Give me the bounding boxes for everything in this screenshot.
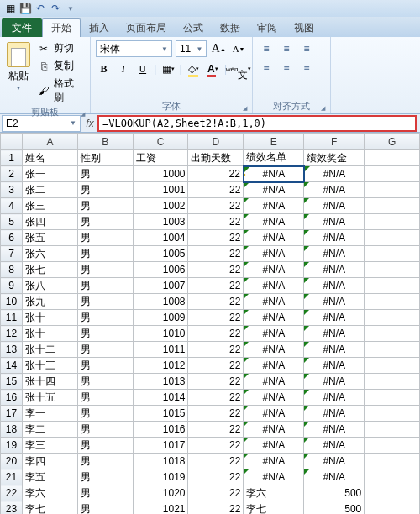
cell[interactable]: 张十 — [22, 310, 77, 326]
cell[interactable]: 500 — [304, 501, 365, 515]
cell[interactable]: #N/A — [244, 230, 304, 246]
cell[interactable]: 1021 — [133, 501, 188, 515]
cell[interactable]: #N/A — [244, 198, 304, 214]
row-header[interactable]: 22 — [1, 485, 23, 501]
undo-icon[interactable]: ↶ — [34, 2, 47, 15]
cell[interactable]: 1007 — [133, 278, 188, 294]
border-button[interactable]: ▦▾ — [160, 60, 176, 77]
cell[interactable]: 1006 — [133, 262, 188, 278]
cell[interactable]: #N/A — [304, 374, 365, 390]
cell[interactable]: #N/A — [244, 262, 304, 278]
tab-0[interactable]: 开始 — [42, 18, 81, 37]
tab-6[interactable]: 视图 — [286, 18, 323, 37]
cell[interactable] — [365, 278, 420, 294]
row-header[interactable]: 13 — [1, 342, 23, 358]
cell[interactable] — [365, 150, 420, 166]
cell[interactable]: 22 — [188, 278, 244, 294]
row-header[interactable]: 10 — [1, 294, 23, 310]
row-header[interactable]: 3 — [1, 182, 23, 198]
cell[interactable]: 张十二 — [22, 342, 77, 358]
cell[interactable] — [365, 485, 420, 501]
cell[interactable]: 李六 — [244, 485, 304, 501]
cell[interactable]: 张七 — [22, 262, 77, 278]
cell[interactable] — [365, 454, 420, 469]
col-header-F[interactable]: F — [304, 134, 365, 150]
row-header[interactable]: 12 — [1, 326, 23, 342]
cell[interactable]: 男 — [77, 230, 133, 246]
cell[interactable] — [365, 326, 420, 342]
tab-2[interactable]: 页面布局 — [118, 18, 175, 37]
row-header[interactable]: 17 — [1, 406, 23, 422]
bold-button[interactable]: B — [96, 60, 112, 77]
fx-icon[interactable]: fx — [82, 118, 97, 129]
cell[interactable]: 男 — [77, 422, 133, 438]
cell[interactable]: #N/A — [244, 182, 304, 198]
cell[interactable]: #N/A — [244, 374, 304, 390]
cell[interactable]: 22 — [188, 438, 244, 454]
cell[interactable]: 男 — [77, 166, 133, 182]
cell[interactable]: 张十五 — [22, 390, 77, 406]
shrink-font-button[interactable]: A▼ — [230, 40, 247, 57]
cell[interactable]: 男 — [77, 310, 133, 326]
cell[interactable] — [365, 294, 420, 310]
cell[interactable]: #N/A — [304, 310, 365, 326]
row-header[interactable]: 20 — [1, 454, 23, 469]
cell[interactable]: 1012 — [133, 358, 188, 374]
cell[interactable] — [365, 310, 420, 326]
underline-button[interactable]: U — [134, 60, 150, 77]
row-header[interactable]: 1 — [1, 150, 23, 166]
cell[interactable]: 22 — [188, 501, 244, 515]
cell[interactable]: 男 — [77, 214, 133, 230]
cell[interactable] — [365, 342, 420, 358]
cell[interactable] — [365, 166, 420, 182]
format-painter-button[interactable]: 🖌格式刷 — [35, 76, 85, 106]
fill-color-button[interactable]: ◇▾ — [186, 60, 202, 77]
col-header-C[interactable]: C — [133, 134, 188, 150]
cell[interactable] — [365, 198, 420, 214]
cut-button[interactable]: ✂剪切 — [35, 40, 85, 56]
cell[interactable]: 李三 — [22, 438, 77, 454]
cell[interactable]: 1000 — [133, 166, 188, 182]
cell[interactable]: 500 — [304, 485, 365, 501]
row-header[interactable]: 8 — [1, 262, 23, 278]
row-header[interactable]: 15 — [1, 374, 23, 390]
cell[interactable]: 男 — [77, 198, 133, 214]
cell[interactable]: 22 — [188, 182, 244, 198]
cell[interactable]: #N/A — [244, 422, 304, 438]
cell[interactable] — [365, 262, 420, 278]
cell[interactable]: #N/A — [304, 422, 365, 438]
cell[interactable]: 李二 — [22, 422, 77, 438]
phonetic-button[interactable]: wén文▾ — [230, 60, 247, 77]
cell[interactable]: 22 — [188, 294, 244, 310]
row-header[interactable]: 6 — [1, 230, 23, 246]
cell[interactable]: 男 — [77, 342, 133, 358]
header-cell[interactable]: 工资 — [133, 150, 188, 166]
cell[interactable]: 张十四 — [22, 374, 77, 390]
header-cell[interactable]: 性别 — [77, 150, 133, 166]
row-header[interactable]: 5 — [1, 214, 23, 230]
save-icon[interactable]: 💾 — [18, 2, 32, 15]
col-header-G[interactable]: G — [365, 134, 420, 150]
header-cell[interactable]: 绩效名单 — [244, 150, 304, 166]
cell[interactable]: 1003 — [133, 214, 188, 230]
cell[interactable]: 1010 — [133, 326, 188, 342]
row-header[interactable]: 11 — [1, 310, 23, 326]
qat-customize-icon[interactable]: ▼ — [64, 2, 77, 15]
cell[interactable]: 22 — [188, 214, 244, 230]
tab-5[interactable]: 审阅 — [249, 18, 286, 37]
row-header[interactable]: 18 — [1, 422, 23, 438]
cell[interactable]: #N/A — [304, 246, 365, 262]
header-cell[interactable]: 绩效奖金 — [304, 150, 365, 166]
cell[interactable]: 张十一 — [22, 326, 77, 342]
cell[interactable]: 22 — [188, 310, 244, 326]
cell[interactable]: 22 — [188, 262, 244, 278]
cell[interactable]: #N/A — [304, 166, 365, 182]
cell[interactable]: 22 — [188, 422, 244, 438]
row-header[interactable]: 9 — [1, 278, 23, 294]
cell[interactable]: #N/A — [244, 469, 304, 485]
cell[interactable]: #N/A — [304, 454, 365, 469]
tab-3[interactable]: 公式 — [175, 18, 212, 37]
cell[interactable]: #N/A — [304, 406, 365, 422]
cell[interactable]: 1015 — [133, 406, 188, 422]
paste-button[interactable]: 粘贴 ▼ — [5, 40, 32, 106]
